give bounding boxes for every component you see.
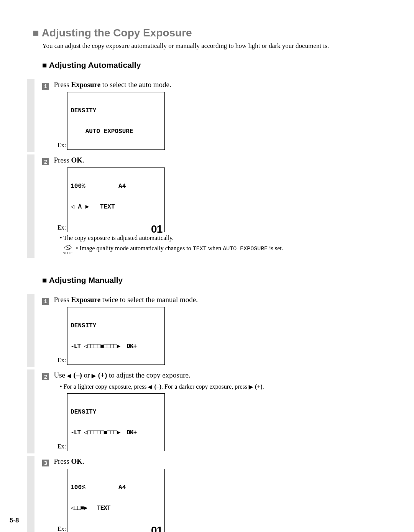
intro-text: You can adjust the copy exposure automat… [42,42,397,50]
lcd-display: DENSITY -LT ◁□□□□■□□□□▶ DK+ [67,307,165,365]
auto-step-2: 2 Press OK. Ex: 100% A4 ◁ A ▶ TEXT 01 Th… [27,154,397,258]
step-text: Press Exposure twice to select the manua… [54,296,198,304]
ex-label: Ex: [58,443,66,451]
svg-line-2 [69,245,71,246]
left-arrow-icon [148,383,153,390]
copy-count: 01 [151,527,162,532]
bullet-list: For a lighter copy exposure, press (–). … [60,383,397,390]
lcd-display: DENSITY AUTO EXPOSURE [67,92,165,150]
manual-step-1: 1 Press Exposure twice to select the man… [27,294,397,367]
step-text: Use (–) or (+) to adjust the copy exposu… [54,371,191,379]
step-text: Press OK. [54,156,84,164]
note-text: Image quality mode automatically changes… [76,245,397,252]
right-arrow-icon [92,371,96,379]
step-number-icon: 2 [42,373,49,380]
note-block: NOTE Image quality mode automatically ch… [60,245,397,255]
manual-step-3: 3 Press OK. Ex: 100% A4 ◁□□■▶ TEXT 01 NO… [27,456,397,532]
auto-step-1: 1 Press Exposure to select the auto mode… [27,79,397,152]
gray-sidebar [27,294,34,367]
right-arrow-icon [249,383,253,390]
gray-sidebar [27,369,34,453]
step-number-icon: 2 [42,158,49,165]
bullet-list: The copy exposure is adjusted automatica… [60,235,397,241]
step-number-icon: 3 [42,460,49,466]
gray-sidebar [27,456,34,532]
ex-label: Ex: [58,525,66,532]
heading-auto: Adjusting Automatically [42,61,397,70]
lcd-display: 100% A4 ◁ A ▶ TEXT 01 [67,167,165,232]
step-number-icon: 1 [42,83,49,90]
step-number-icon: 1 [42,298,49,305]
manual-step-2: 2 Use (–) or (+) to adjust the copy expo… [27,369,397,453]
lcd-display: DENSITY -LT ◁□□□□□■□□□▶ DK+ [67,393,165,451]
ex-label: Ex: [58,224,66,232]
step-text: Press OK. [54,457,84,465]
ex-label: Ex: [58,357,66,365]
heading-manual: Adjusting Manually [42,276,397,285]
gray-sidebar [27,154,34,258]
gray-sidebar [27,79,34,152]
note-icon: NOTE [60,245,76,255]
left-arrow-icon [67,371,72,379]
step-text: Press Exposure to select the auto mode. [54,80,171,89]
heading-1: Adjusting the Copy Exposure [33,27,397,39]
page-number: 5-8 [10,517,19,524]
ex-label: Ex: [58,142,66,150]
lcd-display: 100% A4 ◁□□■▶ TEXT 01 [67,469,165,532]
svg-line-1 [66,246,70,249]
copy-count: 01 [151,226,162,233]
